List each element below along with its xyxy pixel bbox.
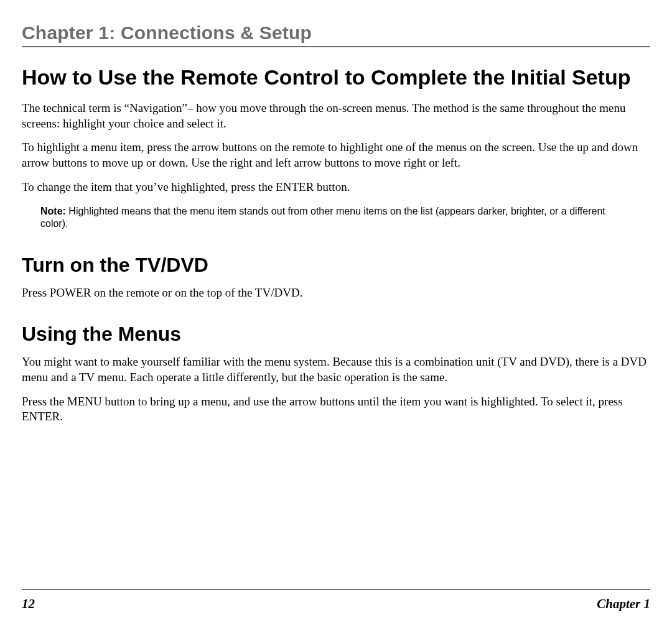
section-title-turn-on: Turn on the TV/DVD bbox=[22, 254, 650, 277]
body-paragraph: Press POWER on the remote or on the top … bbox=[22, 285, 650, 301]
footer-chapter-label: Chapter 1 bbox=[597, 596, 650, 612]
note-block: Note: Highlighted means that the menu it… bbox=[22, 204, 650, 231]
page-number: 12 bbox=[22, 596, 35, 612]
body-paragraph: To change the item that you’ve highlight… bbox=[22, 180, 650, 195]
note-body: Highlighted means that the menu item sta… bbox=[40, 206, 605, 229]
section-title-menus: Using the Menus bbox=[22, 323, 650, 346]
body-paragraph: To highlight a menu item, press the arro… bbox=[22, 140, 650, 170]
body-paragraph: The technical term is “Navigation”– how … bbox=[22, 101, 650, 131]
note-text: Note: Highlighted means that the menu it… bbox=[40, 205, 632, 230]
body-paragraph: You might want to make yourself familiar… bbox=[22, 354, 650, 385]
note-label: Note: bbox=[40, 206, 66, 216]
chapter-header: Chapter 1: Connections & Setup bbox=[22, 22, 650, 47]
body-paragraph: Press the MENU button to bring up a menu… bbox=[22, 394, 650, 425]
page-footer: 12 Chapter 1 bbox=[22, 589, 650, 612]
section-title-remote: How to Use the Remote Control to Complet… bbox=[22, 65, 650, 90]
document-page: Chapter 1: Connections & Setup How to Us… bbox=[0, 0, 672, 425]
